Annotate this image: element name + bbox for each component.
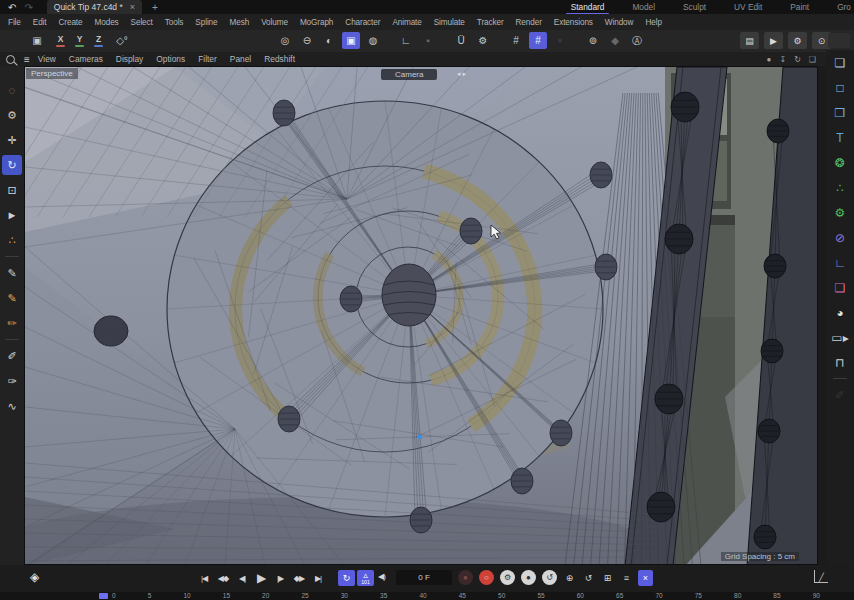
texture-mode-icon[interactable]: ◍ bbox=[364, 32, 382, 49]
menu-window[interactable]: Window bbox=[602, 16, 637, 29]
menu-file[interactable]: File bbox=[5, 16, 24, 29]
spline-pen-icon[interactable]: ✎ bbox=[2, 263, 22, 283]
record-scale-icon[interactable]: ⊞ bbox=[600, 570, 615, 586]
generator-gear-icon[interactable]: ⚙ bbox=[829, 202, 851, 223]
brush-tool-icon[interactable]: ✐ bbox=[2, 346, 22, 366]
viewport-menu-panel[interactable]: Panel bbox=[230, 54, 251, 64]
menu-help[interactable]: Help bbox=[642, 16, 664, 29]
menu-volume[interactable]: Volume bbox=[258, 16, 291, 29]
render-view-button[interactable]: ▤ bbox=[740, 32, 759, 49]
current-frame-field[interactable]: 0 F bbox=[396, 570, 452, 585]
playhead[interactable] bbox=[99, 593, 108, 599]
play-button[interactable]: ▶ bbox=[253, 570, 269, 586]
target-icon[interactable]: ⊚ bbox=[584, 32, 602, 49]
viewport-menu-view[interactable]: View bbox=[38, 54, 56, 64]
record-objects-button[interactable]: ● bbox=[458, 570, 473, 585]
menu-select[interactable]: Select bbox=[128, 16, 156, 29]
rectangle-spline-icon[interactable]: □ bbox=[829, 77, 851, 98]
fcurve-editor-icon[interactable]: ╱ bbox=[814, 570, 828, 583]
keyframe-diamond-icon[interactable]: ◈ bbox=[30, 570, 39, 584]
live-selection-icon[interactable]: ◌ bbox=[2, 80, 22, 100]
keyframe-selection-button[interactable]: ⚙ bbox=[500, 570, 515, 585]
snap-options-icon[interactable]: ▫ bbox=[551, 32, 569, 49]
menu-create[interactable]: Create bbox=[56, 16, 86, 29]
render-picture-viewer-button[interactable]: ▶ bbox=[764, 32, 783, 49]
prev-frame-button[interactable]: ◀| bbox=[234, 570, 250, 586]
next-frame-button[interactable]: |▶ bbox=[272, 570, 288, 586]
pencil-disabled-icon[interactable]: ✐ bbox=[829, 384, 851, 405]
document-tab[interactable]: Quick Tip 47.c4d * × bbox=[47, 0, 142, 14]
timeline-ruler[interactable]: 051015202530354045505560657075808590 bbox=[0, 592, 854, 600]
cloner-icon[interactable]: ∴ bbox=[829, 177, 851, 198]
layout-tab-uv-edit[interactable]: UV Edit bbox=[733, 0, 763, 14]
axis-lock-z[interactable]: Z bbox=[91, 32, 106, 49]
undo-icon[interactable]: ↶ bbox=[8, 2, 16, 13]
squiggle-spline-icon[interactable]: ∿ bbox=[2, 396, 22, 416]
annotate-a-icon[interactable]: Ⓐ bbox=[628, 32, 646, 49]
viewport-menu-options[interactable]: Options bbox=[156, 54, 185, 64]
sphere-icon[interactable]: ● bbox=[767, 55, 772, 64]
polygons-mode-icon[interactable]: ◐ bbox=[320, 32, 338, 49]
viewport[interactable]: Perspective Camera ◂ ▸ Grid Spacing : 5 … bbox=[24, 66, 818, 565]
model-mode-icon[interactable]: ▣ bbox=[342, 32, 360, 49]
viewport-menu-redshift[interactable]: Redshift bbox=[264, 54, 295, 64]
mograph-text-icon[interactable]: T bbox=[829, 127, 851, 148]
new-tab-button[interactable]: + bbox=[152, 2, 158, 13]
camera-selector[interactable]: Camera bbox=[381, 69, 437, 80]
prev-key-button[interactable]: ◀◆ bbox=[215, 570, 231, 586]
keyframe-marker-button[interactable]: ▵ 101 bbox=[357, 570, 374, 586]
spline-wrap-icon[interactable]: ⊘ bbox=[829, 227, 851, 248]
cube-primitive-icon[interactable]: ❒ bbox=[829, 102, 851, 123]
axis-lock-x[interactable]: X bbox=[53, 32, 68, 49]
keyframe-rotate-button[interactable]: ↺ bbox=[542, 570, 557, 585]
points-mode-icon[interactable]: ◎ bbox=[276, 32, 294, 49]
move-tool-icon[interactable]: ✛ bbox=[2, 130, 22, 150]
menu-modes[interactable]: Modes bbox=[92, 16, 122, 29]
quantize-settings-icon[interactable]: ⚙ bbox=[474, 32, 492, 49]
menu-character[interactable]: Character bbox=[342, 16, 383, 29]
rotate-snap-icon[interactable]: ◇° bbox=[113, 32, 131, 49]
goto-end-button[interactable]: ▶| bbox=[310, 570, 326, 586]
viewport-canvas[interactable] bbox=[25, 67, 818, 565]
axis-lock-y[interactable]: Y bbox=[72, 32, 87, 49]
menu-mograph[interactable]: MoGraph bbox=[297, 16, 336, 29]
menu-tracker[interactable]: Tracker bbox=[474, 16, 507, 29]
search-icon[interactable] bbox=[6, 55, 15, 64]
layout-tab-model[interactable]: Model bbox=[631, 0, 656, 14]
spline-smooth-icon[interactable]: ✏ bbox=[2, 313, 22, 333]
material-ball-icon[interactable]: ◕ bbox=[829, 302, 851, 323]
next-key-button[interactable]: ◆▶ bbox=[291, 570, 307, 586]
menu-extensions[interactable]: Extensions bbox=[551, 16, 596, 29]
panel-layout-icon[interactable]: ❏ bbox=[809, 55, 816, 64]
snap-enabled-icon[interactable]: # bbox=[529, 32, 547, 49]
rotate-tool-icon[interactable]: ↻ bbox=[2, 155, 22, 175]
viewport-menu-filter[interactable]: Filter bbox=[198, 54, 217, 64]
menu-simulate[interactable]: Simulate bbox=[431, 16, 468, 29]
menu-edit[interactable]: Edit bbox=[30, 16, 50, 29]
autokey-button[interactable]: ○ bbox=[479, 570, 494, 585]
quantize-icon[interactable]: Ü bbox=[452, 32, 470, 49]
pen-line-icon[interactable]: ✑ bbox=[2, 371, 22, 391]
stage-object-icon[interactable]: ⊓ bbox=[829, 352, 851, 373]
multi-move-icon[interactable]: ∴ bbox=[2, 230, 22, 250]
cursor-move-icon[interactable]: ► bbox=[2, 205, 22, 225]
close-tab-icon[interactable]: × bbox=[130, 2, 135, 12]
redo-icon[interactable]: ↷ bbox=[24, 2, 32, 13]
menu-animate[interactable]: Animate bbox=[389, 16, 424, 29]
axis-mode-icon[interactable]: ∟ bbox=[397, 32, 415, 49]
grid-snap-icon[interactable]: # bbox=[507, 32, 525, 49]
menu-render[interactable]: Render bbox=[513, 16, 545, 29]
record-position-icon[interactable]: ⊕ bbox=[562, 570, 577, 586]
goto-start-button[interactable]: |◀ bbox=[196, 570, 212, 586]
edges-mode-icon[interactable]: ⊖ bbox=[298, 32, 316, 49]
viewport-menu-cameras[interactable]: Cameras bbox=[69, 54, 103, 64]
layout-manager-icon[interactable]: ❏ bbox=[829, 52, 851, 73]
layout-tab-standard[interactable]: Standard bbox=[570, 0, 606, 14]
loop-playback-button[interactable]: ↻ bbox=[338, 570, 355, 586]
camera-nav-icon[interactable]: ◂ ▸ bbox=[457, 70, 466, 78]
workplane-icon[interactable]: ∟ bbox=[829, 252, 851, 273]
axis-lock-icon[interactable]: ▪ bbox=[419, 32, 437, 49]
render-settings-button[interactable]: ⚙ bbox=[788, 32, 807, 49]
record-rotation-icon[interactable]: ↺ bbox=[581, 570, 596, 586]
menu-spline[interactable]: Spline bbox=[192, 16, 220, 29]
